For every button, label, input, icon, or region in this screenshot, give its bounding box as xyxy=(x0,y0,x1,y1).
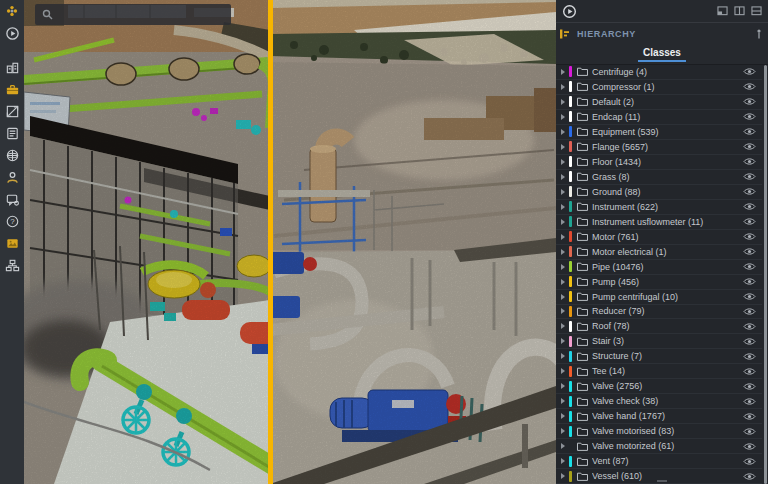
eye-visibility-icon[interactable] xyxy=(743,337,756,346)
class-row[interactable]: Stair (3) xyxy=(556,334,762,349)
eye-visibility-icon[interactable] xyxy=(743,397,756,406)
chevron-right-icon[interactable] xyxy=(561,159,565,165)
hierarchy-button[interactable] xyxy=(4,259,20,275)
snapshot-button[interactable] xyxy=(4,237,20,253)
class-row[interactable]: Compressor (1) xyxy=(556,80,762,95)
viewport-search-bar[interactable] xyxy=(35,4,231,25)
chevron-right-icon[interactable] xyxy=(561,279,565,285)
chevron-right-icon[interactable] xyxy=(561,99,565,105)
chevron-right-icon[interactable] xyxy=(561,473,565,479)
navigation-button[interactable] xyxy=(4,149,20,165)
class-row[interactable]: Pump centrifugal (10) xyxy=(556,290,762,305)
eye-visibility-icon[interactable] xyxy=(743,142,756,151)
eye-visibility-icon[interactable] xyxy=(743,382,756,391)
chevron-right-icon[interactable] xyxy=(561,174,565,180)
class-row[interactable]: Equipment (539) xyxy=(556,125,762,140)
eye-visibility-icon[interactable] xyxy=(743,232,756,241)
play-circle-icon[interactable] xyxy=(562,4,577,19)
class-row[interactable]: Default (2) xyxy=(556,95,762,110)
pin-icon[interactable] xyxy=(755,28,763,40)
eye-visibility-icon[interactable] xyxy=(743,127,756,136)
eye-visibility-icon[interactable] xyxy=(743,412,756,421)
class-row[interactable]: Instrument usflowmeter (11) xyxy=(556,215,762,230)
eye-visibility-icon[interactable] xyxy=(743,112,756,121)
class-row[interactable]: Ground (88) xyxy=(556,185,762,200)
eye-visibility-icon[interactable] xyxy=(743,307,756,316)
class-row[interactable]: Valve motorized (61) xyxy=(556,439,762,454)
class-row[interactable]: Valve hand (1767) xyxy=(556,409,762,424)
eye-visibility-icon[interactable] xyxy=(743,172,756,181)
eye-visibility-icon[interactable] xyxy=(743,202,756,211)
class-row[interactable]: Floor (1434) xyxy=(556,155,762,170)
search-input[interactable] xyxy=(59,8,224,21)
chevron-right-icon[interactable] xyxy=(561,234,565,240)
eye-visibility-icon[interactable] xyxy=(743,292,756,301)
chevron-right-icon[interactable] xyxy=(561,294,565,300)
eye-visibility-icon[interactable] xyxy=(743,157,756,166)
chevron-right-icon[interactable] xyxy=(561,323,565,329)
class-row[interactable]: Reducer (79) xyxy=(556,305,762,320)
eye-visibility-icon[interactable] xyxy=(743,367,756,376)
scrollbar[interactable] xyxy=(764,65,767,484)
site-button[interactable] xyxy=(4,61,20,77)
class-row[interactable]: Centrifuge (4) xyxy=(556,65,762,80)
chevron-right-icon[interactable] xyxy=(561,144,565,150)
class-row[interactable]: Roof (78) xyxy=(556,319,762,334)
chevron-right-icon[interactable] xyxy=(561,428,565,434)
notes-button[interactable] xyxy=(4,127,20,143)
class-row[interactable]: Endcap (11) xyxy=(556,110,762,125)
eye-visibility-icon[interactable] xyxy=(743,442,756,451)
eye-visibility-icon[interactable] xyxy=(743,352,756,361)
comparison-divider[interactable] xyxy=(268,0,273,484)
chevron-right-icon[interactable] xyxy=(561,69,565,75)
chevron-right-icon[interactable] xyxy=(561,368,565,374)
class-row[interactable]: Valve check (38) xyxy=(556,394,762,409)
eye-visibility-icon[interactable] xyxy=(743,262,756,271)
chevron-right-icon[interactable] xyxy=(561,219,565,225)
class-row[interactable]: Valve motorised (83) xyxy=(556,424,762,439)
chevron-right-icon[interactable] xyxy=(561,129,565,135)
class-row[interactable]: Valve (2756) xyxy=(556,379,762,394)
eye-visibility-icon[interactable] xyxy=(743,472,756,481)
eye-visibility-icon[interactable] xyxy=(743,217,756,226)
chevron-right-icon[interactable] xyxy=(561,413,565,419)
chevron-right-icon[interactable] xyxy=(561,204,565,210)
chevron-right-icon[interactable] xyxy=(561,443,565,449)
toolbox-button[interactable] xyxy=(4,83,20,99)
eye-visibility-icon[interactable] xyxy=(743,97,756,106)
3d-viewport[interactable] xyxy=(24,0,556,484)
class-row[interactable]: Vent (87) xyxy=(556,454,762,469)
class-row[interactable]: Pipe (10476) xyxy=(556,260,762,275)
app-logo[interactable] xyxy=(4,5,20,21)
eye-visibility-icon[interactable] xyxy=(743,187,756,196)
class-row[interactable]: Pump (456) xyxy=(556,275,762,290)
tab-classes[interactable]: Classes xyxy=(638,44,686,62)
split-view-button[interactable] xyxy=(4,105,20,121)
class-row[interactable]: Grass (8) xyxy=(556,170,762,185)
eye-visibility-icon[interactable] xyxy=(743,277,756,286)
chevron-right-icon[interactable] xyxy=(561,458,565,464)
chevron-right-icon[interactable] xyxy=(561,353,565,359)
class-row[interactable]: Motor (761) xyxy=(556,230,762,245)
play-button[interactable] xyxy=(4,27,20,43)
class-row[interactable]: Motor electrical (1) xyxy=(556,245,762,260)
chevron-right-icon[interactable] xyxy=(561,189,565,195)
chevron-right-icon[interactable] xyxy=(561,249,565,255)
chevron-right-icon[interactable] xyxy=(561,264,565,270)
class-row[interactable]: Flange (5657) xyxy=(556,140,762,155)
class-row[interactable]: Structure (7) xyxy=(556,349,762,364)
eye-visibility-icon[interactable] xyxy=(743,247,756,256)
panel-layout-icon[interactable] xyxy=(717,6,728,16)
eye-visibility-icon[interactable] xyxy=(743,67,756,76)
chevron-right-icon[interactable] xyxy=(561,114,565,120)
eye-visibility-icon[interactable] xyxy=(743,82,756,91)
split-horizontal-icon[interactable] xyxy=(751,6,762,16)
help-button[interactable]: ? xyxy=(4,215,20,231)
chevron-right-icon[interactable] xyxy=(561,383,565,389)
split-vertical-icon[interactable] xyxy=(734,6,745,16)
user-button[interactable] xyxy=(4,171,20,187)
class-row[interactable]: Tee (14) xyxy=(556,364,762,379)
chevron-right-icon[interactable] xyxy=(561,84,565,90)
chevron-right-icon[interactable] xyxy=(561,398,565,404)
feedback-button[interactable] xyxy=(4,193,20,209)
